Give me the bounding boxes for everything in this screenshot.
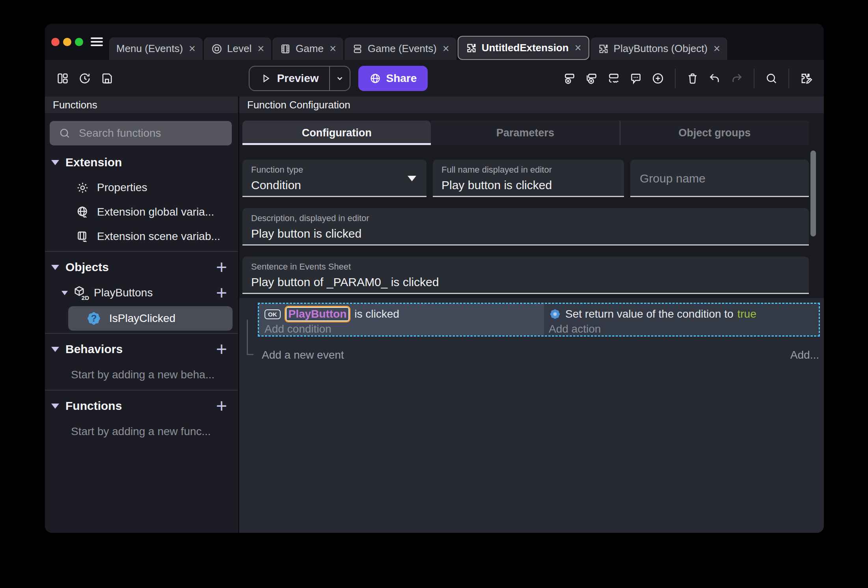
tab-label: UntitledExtension bbox=[482, 42, 569, 54]
tab-parameters[interactable]: Parameters bbox=[431, 121, 619, 145]
add-object-button[interactable]: + bbox=[214, 259, 229, 275]
tab-close-icon[interactable]: × bbox=[189, 43, 196, 54]
function-row-isplayclicked-selected[interactable]: ? IsPlayClicked bbox=[68, 306, 233, 331]
save-button[interactable] bbox=[98, 69, 116, 87]
description-field[interactable]: Description, displayed in editor Play bu… bbox=[242, 208, 809, 246]
tab-close-icon[interactable]: × bbox=[330, 43, 336, 54]
search-functions-box[interactable] bbox=[50, 121, 232, 145]
gear-icon bbox=[76, 181, 89, 195]
tab-menu-events[interactable]: Menu (Events) × bbox=[109, 37, 203, 60]
add-object-function-button[interactable]: + bbox=[214, 285, 229, 301]
minimize-window-button[interactable] bbox=[63, 38, 71, 46]
add-subevent-icon bbox=[585, 72, 598, 85]
section-objects[interactable]: Objects + bbox=[45, 254, 238, 280]
condition-text: is clicked bbox=[354, 308, 399, 320]
delete-button[interactable] bbox=[684, 69, 702, 87]
edit-extension-button[interactable] bbox=[797, 69, 815, 87]
event-actions-cell[interactable]: Set return value of the condition to tru… bbox=[544, 304, 819, 335]
action-value-true[interactable]: true bbox=[738, 308, 756, 320]
add-new-event-button[interactable]: Add a new event bbox=[262, 349, 344, 361]
workspace: Functions Extension Properties bbox=[45, 97, 824, 533]
tab-close-icon[interactable]: × bbox=[257, 43, 264, 54]
close-window-button[interactable] bbox=[51, 38, 60, 46]
tab-configuration[interactable]: Configuration bbox=[242, 121, 431, 145]
object-label: PlayButtons bbox=[94, 287, 153, 299]
puzzle-icon bbox=[598, 43, 609, 55]
main-panel-title: Function Configuration bbox=[247, 99, 350, 111]
preview-button[interactable]: Preview bbox=[249, 66, 350, 91]
add-condition-button[interactable]: Add condition bbox=[264, 323, 544, 335]
item-label: Extension scene variab... bbox=[97, 230, 220, 243]
tab-label: Game (Events) bbox=[368, 43, 437, 55]
add-action-button[interactable]: Add action bbox=[549, 323, 819, 335]
add-ellipsis-button[interactable]: Add... bbox=[790, 349, 819, 361]
object-row-playbuttons[interactable]: 2D PlayButtons + bbox=[45, 280, 238, 305]
search-icon bbox=[58, 127, 71, 140]
tab-game-events[interactable]: Game (Events) × bbox=[345, 37, 456, 60]
section-behaviors[interactable]: Behaviors + bbox=[45, 336, 238, 362]
search-events-button[interactable] bbox=[762, 69, 780, 87]
tab-close-icon[interactable]: × bbox=[443, 43, 449, 54]
add-function-button[interactable]: + bbox=[214, 398, 229, 414]
event-row-selected[interactable]: OK PlayButton is clicked Add condition bbox=[258, 303, 820, 337]
search-icon bbox=[765, 72, 778, 85]
tab-level[interactable]: Level × bbox=[204, 37, 271, 60]
collapse-arrow-icon[interactable] bbox=[51, 404, 59, 409]
function-type-select[interactable]: Function type Condition bbox=[242, 160, 427, 197]
add-event-button[interactable] bbox=[561, 69, 579, 87]
tab-untitled-extension[interactable]: UntitledExtension × bbox=[458, 36, 589, 60]
history-icon bbox=[78, 72, 91, 85]
toolbar-divider bbox=[754, 69, 754, 88]
add-event-icon bbox=[563, 72, 576, 85]
open-panels-button[interactable] bbox=[54, 69, 72, 87]
search-functions-input[interactable] bbox=[78, 127, 227, 140]
add-behavior-button[interactable]: + bbox=[214, 341, 229, 357]
choose-add-button[interactable] bbox=[649, 69, 667, 87]
zoom-window-button[interactable] bbox=[75, 38, 83, 46]
collapse-arrow-icon[interactable] bbox=[51, 160, 59, 165]
tab-close-icon[interactable]: × bbox=[575, 42, 581, 54]
tab-close-icon[interactable]: × bbox=[713, 43, 720, 54]
window-controls bbox=[51, 24, 109, 60]
events-sheet[interactable]: OK PlayButton is clicked Add condition bbox=[239, 298, 824, 533]
group-name-field[interactable] bbox=[630, 160, 809, 197]
sentence-field[interactable]: Sentence in Events Sheet Play button of … bbox=[242, 257, 809, 294]
tab-object-groups[interactable]: Object groups bbox=[620, 121, 809, 145]
plus-circle-icon bbox=[651, 72, 665, 85]
sidebar-item-extension-global-variables[interactable]: Extension global varia... bbox=[45, 200, 238, 224]
redo-button[interactable] bbox=[728, 69, 746, 87]
toggle-comments-button[interactable] bbox=[627, 69, 645, 87]
play-icon bbox=[260, 73, 272, 84]
full-name-field[interactable]: Full name displayed in editor Play butto… bbox=[433, 160, 624, 197]
behaviors-empty-hint: Start by adding a new beha... bbox=[45, 362, 238, 387]
collapse-arrow-icon[interactable] bbox=[61, 291, 68, 295]
group-name-input[interactable] bbox=[639, 171, 800, 186]
functions-empty-hint: Start by adding a new func... bbox=[45, 419, 238, 444]
tab-label: Configuration bbox=[302, 127, 372, 139]
event-conditions-cell[interactable]: OK PlayButton is clicked Add condition bbox=[259, 304, 544, 335]
tab-label: Object groups bbox=[678, 127, 751, 139]
sidebar-item-properties[interactable]: Properties bbox=[45, 175, 238, 200]
tab-game[interactable]: Game × bbox=[272, 37, 343, 60]
add-subevent-button[interactable] bbox=[583, 69, 601, 87]
tab-label: Level bbox=[227, 43, 251, 55]
version-history-button[interactable] bbox=[76, 69, 94, 87]
tab-playbuttons-object[interactable]: PlayButtons (Object) × bbox=[590, 37, 727, 60]
condition-object-chip[interactable]: PlayButton bbox=[285, 306, 351, 322]
comment-icon bbox=[629, 72, 643, 85]
main-menu-icon[interactable] bbox=[91, 37, 103, 46]
undo-button[interactable] bbox=[706, 69, 724, 87]
sidebar-panel-header: Functions bbox=[45, 97, 238, 113]
sidebar-item-extension-scene-variables[interactable]: Extension scene variab... bbox=[45, 224, 238, 249]
collapse-arrow-icon[interactable] bbox=[51, 265, 59, 270]
editor-tabs: Menu (Events) × Level × Game × Game (Eve… bbox=[109, 36, 728, 60]
config-scrollbar-thumb[interactable] bbox=[810, 151, 816, 236]
field-label: Sentence in Events Sheet bbox=[251, 262, 800, 272]
add-other-event-button[interactable] bbox=[605, 69, 623, 87]
share-button[interactable]: Share bbox=[358, 66, 428, 91]
preview-options-button[interactable] bbox=[329, 67, 350, 90]
section-functions[interactable]: Functions + bbox=[45, 393, 238, 419]
collapse-arrow-icon[interactable] bbox=[51, 347, 59, 352]
section-extension[interactable]: Extension bbox=[45, 149, 238, 175]
globe-icon bbox=[369, 73, 381, 84]
